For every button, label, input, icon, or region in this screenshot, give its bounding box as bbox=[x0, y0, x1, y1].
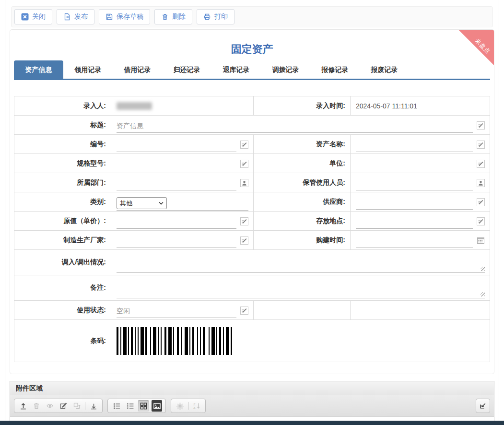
category-label: 类别: bbox=[90, 198, 106, 205]
edit-icon[interactable] bbox=[240, 307, 248, 315]
storage-location-input[interactable] bbox=[356, 216, 473, 229]
close-icon bbox=[21, 13, 29, 21]
entry-time-label: 录入时间: bbox=[316, 102, 345, 109]
main-content: 关闭 发布 保存草稿 删除 bbox=[5, 0, 499, 424]
department-label: 所属部门: bbox=[77, 178, 106, 186]
number-label: 编号: bbox=[90, 140, 106, 148]
print-button[interactable]: 打印 bbox=[197, 9, 234, 24]
delete-attachment-icon bbox=[31, 400, 42, 412]
tab-scrap-records[interactable]: 报废记录 bbox=[360, 60, 409, 79]
save-draft-button[interactable]: 保存草稿 bbox=[99, 9, 150, 24]
entry-time-value: 2024-05-07 11:11:01 bbox=[356, 102, 417, 110]
close-button[interactable]: 关闭 bbox=[14, 9, 52, 24]
download-icon[interactable] bbox=[88, 400, 99, 412]
edit-icon[interactable] bbox=[240, 236, 248, 245]
settings-icon bbox=[175, 400, 185, 412]
svg-text:A: A bbox=[193, 406, 196, 410]
attachment-header: 附件区域 bbox=[10, 381, 494, 395]
supplier-input[interactable] bbox=[356, 197, 473, 210]
list-view-icon[interactable] bbox=[111, 400, 122, 412]
close-button-label: 关闭 bbox=[32, 12, 46, 21]
edit-icon[interactable] bbox=[477, 198, 485, 206]
number-input[interactable] bbox=[117, 140, 236, 152]
publish-button-label: 发布 bbox=[74, 12, 88, 21]
edit-icon[interactable] bbox=[240, 141, 248, 149]
save-draft-icon bbox=[105, 13, 113, 21]
resize-handle[interactable] bbox=[481, 292, 485, 296]
table-row: 标题: 资产信息 bbox=[14, 116, 490, 135]
resize-handle[interactable] bbox=[481, 267, 485, 271]
storage-location-label: 存放地点: bbox=[316, 217, 345, 224]
toolbar-divider bbox=[85, 402, 85, 410]
bottom-bar bbox=[0, 421, 504, 425]
upload-icon[interactable] bbox=[18, 400, 28, 412]
tab-asset-info[interactable]: 资产信息 bbox=[14, 60, 63, 79]
sort-icon: ZA bbox=[191, 400, 202, 412]
tab-borrow-records[interactable]: 借用记录 bbox=[113, 60, 162, 79]
usage-status-input[interactable]: 空闲 bbox=[117, 306, 236, 318]
purchase-time-input[interactable] bbox=[356, 236, 473, 248]
page-title: 固定资产 bbox=[14, 42, 490, 57]
edit-icon[interactable] bbox=[477, 141, 485, 149]
category-select[interactable]: 其他 bbox=[117, 197, 167, 209]
category-select-value: 其他 bbox=[120, 199, 132, 208]
spec-model-label: 规格型号: bbox=[77, 159, 106, 167]
table-row: 备注: bbox=[14, 275, 490, 301]
transfer-info-textarea[interactable] bbox=[117, 251, 485, 273]
custodian-input[interactable] bbox=[356, 178, 473, 190]
unit-input[interactable] bbox=[356, 159, 473, 171]
edit-icon[interactable] bbox=[240, 217, 248, 225]
tab-repair-records[interactable]: 报修记录 bbox=[310, 60, 360, 79]
person-icon[interactable] bbox=[240, 179, 248, 187]
custodian-label: 保管使用人员: bbox=[303, 178, 345, 186]
table-row: 规格型号: 单位: bbox=[14, 154, 490, 173]
attachment-file-actions-group bbox=[14, 399, 103, 413]
edit-attachment-icon[interactable] bbox=[58, 400, 69, 412]
asset-panel: 未盘点 固定资产 资产信息 领用记录 借用记录 归还记录 退库记录 调拨记录 报… bbox=[10, 29, 494, 374]
table-row: 编号: 资产名称: bbox=[14, 135, 490, 154]
calendar-icon[interactable] bbox=[477, 236, 485, 245]
remarks-label: 备注: bbox=[90, 283, 106, 291]
detail-view-icon[interactable] bbox=[125, 400, 135, 412]
delete-button-label: 删除 bbox=[172, 12, 186, 21]
manufacturer-label: 制造生产厂家: bbox=[63, 236, 106, 244]
table-row: 调入/调出情况: bbox=[14, 250, 490, 275]
person-icon[interactable] bbox=[477, 179, 485, 187]
usage-status-label: 使用状态: bbox=[77, 306, 106, 314]
collapse-icon[interactable] bbox=[476, 399, 490, 413]
department-input[interactable] bbox=[117, 178, 236, 190]
original-price-input[interactable] bbox=[117, 216, 236, 229]
tab-requisition-records[interactable]: 领用记录 bbox=[63, 60, 113, 79]
manufacturer-input[interactable] bbox=[117, 236, 236, 248]
empty-cell bbox=[351, 301, 490, 320]
asset-name-input[interactable] bbox=[356, 140, 473, 152]
title-input[interactable]: 资产信息 bbox=[117, 120, 473, 133]
page: 关闭 发布 保存草稿 删除 bbox=[0, 0, 504, 425]
attachment-view-modes-group bbox=[107, 399, 166, 413]
grid-view-icon[interactable] bbox=[138, 400, 149, 412]
transfer-info-label: 调入/调出情况: bbox=[61, 258, 106, 266]
tab-transfer-records[interactable]: 调拨记录 bbox=[261, 60, 310, 79]
empty-cell bbox=[254, 301, 351, 320]
attachment-section: 附件区域 bbox=[10, 381, 494, 424]
publish-icon bbox=[63, 13, 71, 21]
supplier-label: 供应商: bbox=[323, 198, 345, 205]
unit-label: 单位: bbox=[329, 159, 345, 167]
top-toolbar: 关闭 发布 保存草稿 删除 bbox=[11, 6, 493, 27]
edit-icon[interactable] bbox=[240, 160, 248, 168]
edit-icon[interactable] bbox=[477, 121, 485, 130]
spec-model-input[interactable] bbox=[117, 159, 236, 171]
scrollbar-track-line bbox=[499, 0, 499, 425]
delete-button[interactable]: 删除 bbox=[154, 9, 192, 24]
table-row: 原值（单价）: 存放地点: bbox=[14, 212, 490, 231]
table-row: 录入人: 录入时间: 2024-05-07 11:11:01 bbox=[14, 96, 490, 116]
remarks-textarea[interactable] bbox=[117, 276, 485, 298]
original-price-label: 原值（单价）: bbox=[63, 217, 106, 224]
image-view-icon[interactable] bbox=[152, 400, 162, 412]
edit-icon[interactable] bbox=[477, 217, 485, 225]
publish-button[interactable]: 发布 bbox=[57, 9, 94, 24]
table-row: 所属部门: 保管使用人员: bbox=[14, 173, 490, 192]
tab-return-records[interactable]: 归还记录 bbox=[162, 60, 211, 79]
tab-restock-records[interactable]: 退库记录 bbox=[211, 60, 261, 79]
edit-icon[interactable] bbox=[477, 160, 485, 168]
